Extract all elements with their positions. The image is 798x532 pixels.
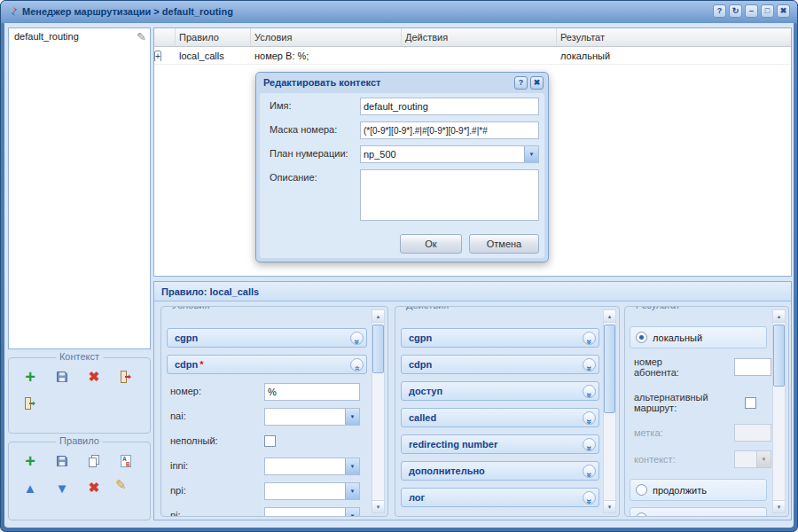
mask-label: Маска номера: <box>270 124 337 135</box>
grid-header-conditions[interactable]: Условия <box>251 28 402 46</box>
ok-button[interactable]: Ок <box>400 234 462 254</box>
chevron-down-icon[interactable]: ▼ <box>345 508 359 517</box>
move-rule-up-button[interactable]: ▲ <box>20 477 41 498</box>
grid-header-actions[interactable]: Действия <box>402 28 557 46</box>
close-button[interactable]: ✖ <box>777 4 790 18</box>
expand-row-icon[interactable]: + <box>154 51 161 61</box>
section-label: дополнительно <box>409 466 485 476</box>
grid-header-result[interactable]: Результат <box>557 28 791 46</box>
edit-rule-button[interactable]: ✎ <box>115 477 137 498</box>
chevron-down-icon: » <box>583 340 595 345</box>
tag-input[interactable] <box>734 424 771 442</box>
section-label: called <box>409 412 436 423</box>
expand-section-icon[interactable]: » <box>583 385 596 398</box>
vertical-scrollbar[interactable]: ▲ ▼ <box>772 309 786 513</box>
scrollbar-thumb[interactable] <box>773 325 785 387</box>
ni-label: ni: <box>170 510 181 517</box>
scroll-up-icon[interactable]: ▲ <box>604 310 615 323</box>
scroll-up-icon[interactable]: ▲ <box>372 310 384 323</box>
chevron-down-icon[interactable]: ▼ <box>345 483 359 499</box>
dialog-close-button[interactable]: ✖ <box>530 76 544 90</box>
action-section-redirecting-number[interactable]: redirecting number » <box>401 434 599 454</box>
condition-section-cdpn[interactable]: cdpn* » <box>167 355 367 374</box>
action-section-log[interactable]: лог » <box>401 488 599 507</box>
mask-input[interactable] <box>360 121 539 139</box>
scroll-down-icon[interactable]: ▼ <box>372 500 384 512</box>
chevron-down-icon[interactable]: ▼ <box>756 451 771 467</box>
description-textarea[interactable] <box>360 169 539 221</box>
nai-label: nai: <box>170 411 186 421</box>
chevron-down-icon[interactable]: ▼ <box>345 409 359 425</box>
add-context-button[interactable]: + <box>20 366 41 387</box>
list-item-default-routing[interactable]: default_routing ✎ <box>9 28 150 46</box>
export-context-button[interactable] <box>20 393 41 414</box>
condition-section-cgpn[interactable]: cgpn » <box>167 328 367 348</box>
npi-select[interactable]: ▼ <box>264 482 360 500</box>
dialog-help-button[interactable]: ? <box>514 76 528 90</box>
expand-section-icon[interactable]: » <box>350 332 364 345</box>
context-select[interactable]: ▼ <box>734 450 771 468</box>
scroll-down-icon[interactable]: ▼ <box>604 500 615 512</box>
action-section-cdpn[interactable]: cdpn » <box>401 355 599 374</box>
number-input[interactable] <box>264 383 360 401</box>
maximize-button[interactable]: □ <box>761 4 774 18</box>
save-context-button[interactable] <box>51 366 73 387</box>
grid-header-expander[interactable] <box>154 28 176 46</box>
delete-context-button[interactable]: ✖ <box>83 366 105 387</box>
scrollbar-thumb[interactable] <box>604 325 615 413</box>
ni-select[interactable]: ▼ <box>264 507 360 517</box>
edit-context-icon[interactable]: ✎ <box>137 30 146 43</box>
required-marker: * <box>200 359 203 370</box>
expand-section-icon[interactable]: » <box>583 438 596 451</box>
alt-route-checkbox[interactable] <box>745 397 756 409</box>
radio-continue[interactable] <box>636 484 647 496</box>
radio-local[interactable] <box>636 332 647 343</box>
result-option-local[interactable]: локальный <box>630 326 767 348</box>
expand-section-icon[interactable]: » <box>583 411 596 425</box>
row-rule-cell: local_calls <box>176 51 251 61</box>
context-label: контекст: <box>634 454 676 465</box>
npi-label: npi: <box>170 485 186 496</box>
action-section-cgpn[interactable]: cgpn » <box>401 328 599 348</box>
scrollbar-thumb[interactable] <box>372 325 384 373</box>
unload-context-button[interactable] <box>115 366 137 387</box>
subscriber-number-input[interactable] <box>734 358 771 376</box>
copy-rule-button[interactable] <box>83 450 105 472</box>
nai-select[interactable]: ▼ <box>264 408 360 426</box>
collapse-section-icon[interactable]: » <box>350 358 364 372</box>
numbering-plan-value: np_500 <box>364 149 522 160</box>
numbering-plan-select[interactable]: np_500 ▼ <box>360 145 539 163</box>
move-rule-down-button[interactable]: ▼ <box>51 477 73 498</box>
numbering-plan-label: План нумерации: <box>270 148 348 159</box>
action-section-additional[interactable]: дополнительно » <box>401 461 599 481</box>
radio-direction[interactable] <box>636 512 647 517</box>
chevron-down-icon[interactable]: ▼ <box>524 146 538 162</box>
incomplete-checkbox[interactable] <box>264 435 276 447</box>
grid-header-rule[interactable]: Правило <box>176 28 251 46</box>
save-rule-button[interactable] <box>51 450 73 472</box>
result-option-direction[interactable]: направление <box>630 507 767 517</box>
expand-section-icon[interactable]: » <box>583 491 596 505</box>
delete-rule-button[interactable]: ✖ <box>83 477 105 498</box>
cancel-button[interactable]: Отмена <box>469 234 539 254</box>
action-section-access[interactable]: доступ » <box>401 381 599 401</box>
add-rule-button[interactable]: + <box>20 450 41 472</box>
scroll-up-icon[interactable]: ▲ <box>773 310 785 323</box>
refresh-button[interactable]: ↻ <box>729 4 742 18</box>
inni-label: inni: <box>170 460 188 471</box>
inni-select[interactable]: ▼ <box>264 458 360 475</box>
action-section-called[interactable]: called » <box>401 408 599 427</box>
rename-rule-button[interactable]: AB <box>115 450 137 472</box>
vertical-scrollbar[interactable]: ▲ ▼ <box>603 309 616 513</box>
scroll-down-icon[interactable]: ▼ <box>773 500 785 512</box>
expand-section-icon[interactable]: » <box>583 332 596 345</box>
result-option-continue[interactable]: продолжить <box>630 479 767 501</box>
chevron-down-icon[interactable]: ▼ <box>345 458 359 474</box>
expand-section-icon[interactable]: » <box>583 465 596 478</box>
expand-section-icon[interactable]: » <box>583 358 596 372</box>
name-input[interactable] <box>360 98 539 115</box>
table-row[interactable]: + local_calls номер B: %; локальный <box>154 47 791 65</box>
help-button[interactable]: ? <box>713 4 726 18</box>
vertical-scrollbar[interactable]: ▲ ▼ <box>372 309 385 513</box>
minimize-button[interactable]: – <box>745 4 758 18</box>
